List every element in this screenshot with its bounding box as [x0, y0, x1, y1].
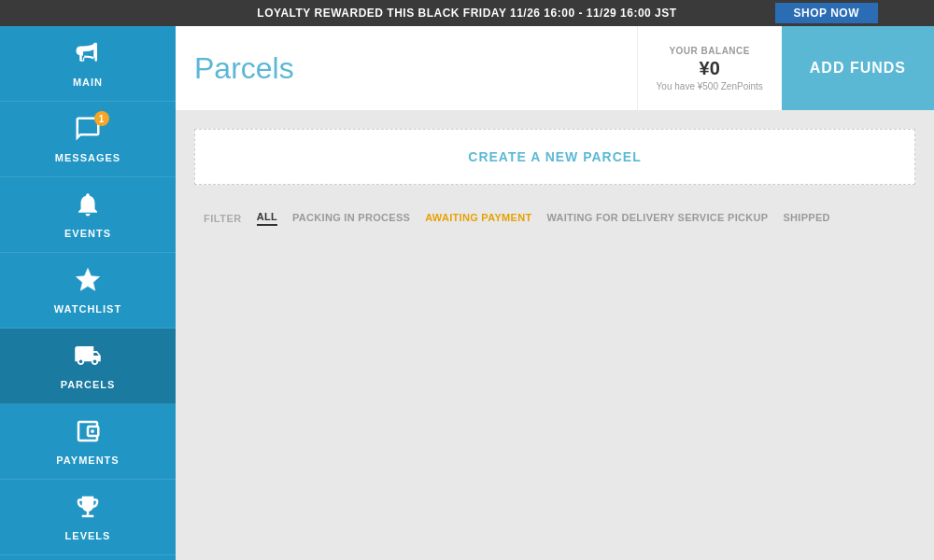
balance-points: You have ¥500 ZenPoints — [657, 81, 763, 91]
sidebar-item-messages[interactable]: 1 MESSAGES — [0, 102, 176, 177]
filter-bar: FILTER ALL PACKING IN PROCESS AWAITING P… — [194, 203, 915, 233]
sidebar-label-levels: LEVELS — [65, 530, 111, 541]
page-title-area: Parcels — [176, 26, 637, 110]
filter-waiting[interactable]: WAITING FOR DELIVERY SERVICE PICKUP — [546, 212, 768, 225]
messages-badge: 1 — [94, 111, 109, 126]
content-area: Parcels YOUR BALANCE ¥0 You have ¥500 Ze… — [176, 26, 934, 560]
sidebar-label-messages: MESSAGES — [55, 152, 120, 163]
balance-area: YOUR BALANCE ¥0 You have ¥500 ZenPoints — [637, 26, 782, 110]
svg-point-0 — [91, 429, 94, 433]
wallet-icon — [74, 417, 102, 451]
sidebar-label-watchlist: WATCHLIST — [54, 303, 121, 315]
filter-packing[interactable]: PACKING IN PROCESS — [292, 212, 410, 225]
sidebar-item-payments[interactable]: PAYMENTS — [0, 404, 176, 480]
main-layout: MAIN 1 MESSAGES EVENTS — [0, 26, 934, 560]
trophy-icon — [74, 493, 102, 526]
sidebar-label-parcels: PARCELS — [61, 379, 116, 390]
star-icon — [74, 266, 102, 300]
filter-all[interactable]: ALL — [257, 211, 277, 226]
sidebar-item-levels[interactable]: LEVELS — [0, 480, 176, 555]
truck-icon — [74, 342, 102, 375]
sidebar-item-parcels[interactable]: PARCELS — [0, 329, 176, 404]
top-banner: LOYALTY REWARDED THIS BLACK FRIDAY 11/26… — [0, 0, 934, 26]
sidebar-label-main: MAIN — [73, 77, 103, 88]
create-parcel-label: CREATE A NEW PARCEL — [468, 149, 641, 164]
megaphone-icon — [74, 39, 102, 73]
page-title: Parcels — [194, 51, 294, 86]
sidebar: MAIN 1 MESSAGES EVENTS — [0, 26, 176, 560]
filter-label: FILTER — [204, 213, 242, 224]
chat-icon: 1 — [74, 115, 102, 148]
sidebar-label-events: EVENTS — [64, 228, 111, 239]
sidebar-item-events[interactable]: EVENTS — [0, 177, 176, 253]
add-funds-button[interactable]: ADD FUNDS — [782, 26, 934, 110]
balance-label: YOUR BALANCE — [669, 46, 750, 56]
sidebar-item-main[interactable]: MAIN — [0, 26, 176, 102]
content-body: CREATE A NEW PARCEL FILTER ALL PACKING I… — [176, 110, 934, 560]
filter-shipped[interactable]: SHIPPED — [783, 212, 829, 225]
sidebar-label-payments: PAYMENTS — [56, 455, 119, 466]
sidebar-item-watchlist[interactable]: WATCHLIST — [0, 253, 176, 329]
banner-text: LOYALTY REWARDED THIS BLACK FRIDAY 11/26… — [257, 7, 676, 20]
content-header: Parcels YOUR BALANCE ¥0 You have ¥500 Ze… — [176, 26, 934, 110]
balance-amount: ¥0 — [700, 58, 720, 79]
shop-now-button[interactable]: SHOP NOW — [775, 3, 878, 23]
bell-icon — [74, 190, 102, 224]
filter-awaiting[interactable]: AWAITING PAYMENT — [425, 212, 531, 225]
create-parcel-box[interactable]: CREATE A NEW PARCEL — [194, 129, 915, 185]
